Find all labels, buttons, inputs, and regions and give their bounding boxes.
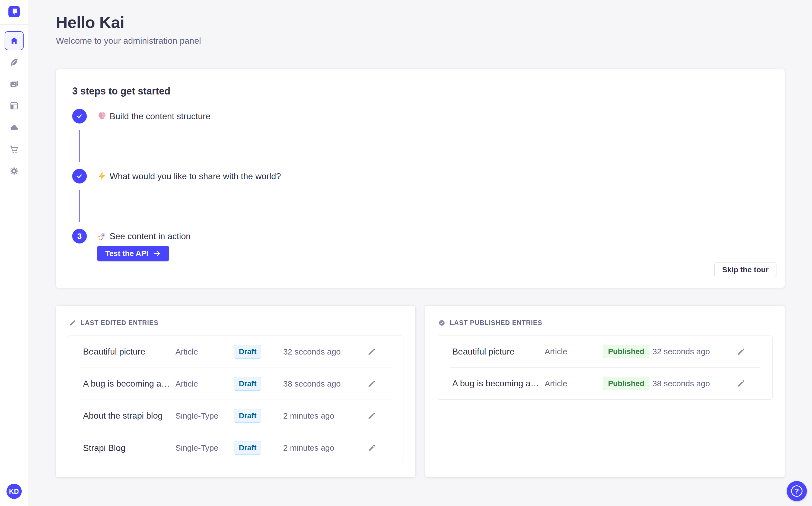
status-badge: Draft	[234, 441, 261, 455]
step-1-label: Build the content structure	[97, 111, 211, 121]
table-row: A bug is becoming a… Article Published 3…	[449, 367, 760, 399]
edit-entry-button[interactable]	[366, 442, 377, 453]
entry-type: Article	[176, 347, 234, 356]
entry-time: 32 seconds ago	[652, 347, 735, 356]
pencil-icon	[737, 379, 745, 388]
table-row: Beautiful picture Article Draft 32 secon…	[80, 336, 391, 368]
tour-step-3: 3 See content in action	[72, 229, 768, 244]
arrow-right-icon	[153, 249, 161, 258]
entry-title: Strapi Blog	[83, 443, 176, 453]
step-3-number-circle: 3	[72, 229, 87, 244]
status-badge: Draft	[234, 409, 261, 423]
last-edited-header: LAST EDITED ENTRIES	[69, 319, 403, 327]
user-avatar[interactable]: KD	[6, 484, 22, 499]
status-badge: Published	[603, 345, 649, 358]
entry-type: Article	[176, 379, 234, 389]
cloud-icon	[9, 123, 19, 133]
last-published-header: LAST PUBLISHED ENTRIES	[438, 319, 773, 327]
layout-icon	[9, 101, 19, 111]
test-api-button[interactable]: Test the API	[97, 246, 169, 261]
sidebar: KD	[0, 0, 28, 506]
last-edited-title: LAST EDITED ENTRIES	[81, 319, 159, 327]
table-row: Beautiful picture Article Published 32 s…	[449, 336, 760, 367]
pencil-icon	[69, 320, 76, 326]
edit-entry-button[interactable]	[735, 346, 746, 357]
sidebar-item-content-type-builder[interactable]	[5, 96, 24, 115]
edit-entry-button[interactable]	[366, 346, 377, 357]
entry-title: A bug is becoming a…	[452, 378, 545, 389]
strapi-logo-icon	[8, 6, 20, 17]
entry-title: Beautiful picture	[83, 347, 176, 357]
entry-type: Article	[545, 347, 603, 356]
workspace-logo-wrap	[0, 0, 28, 25]
rocket-emoji-icon	[97, 231, 107, 241]
last-edited-table: Beautiful picture Article Draft 32 secon…	[68, 336, 403, 464]
status-badge: Draft	[234, 377, 261, 391]
status-badge: Draft	[234, 345, 261, 359]
gear-icon	[9, 166, 19, 176]
entry-type: Single-Type	[176, 443, 234, 452]
step-connector	[79, 190, 80, 222]
last-published-title: LAST PUBLISHED ENTRIES	[450, 319, 542, 327]
step-3-label: See content in action	[97, 231, 191, 241]
tour-step-2: What would you like to share with the wo…	[72, 169, 768, 183]
pencil-icon	[368, 412, 376, 420]
guided-tour-title: 3 steps to get started	[72, 86, 768, 97]
table-row: A bug is becoming a… Article Draft 38 se…	[80, 368, 391, 400]
tour-step-1: Build the content structure	[72, 109, 768, 123]
entry-time: 38 seconds ago	[652, 379, 735, 388]
entry-title: Beautiful picture	[452, 347, 545, 357]
last-published-table: Beautiful picture Article Published 32 s…	[437, 336, 773, 400]
zap-emoji-icon	[97, 171, 107, 181]
pencil-icon	[368, 444, 376, 452]
pencil-icon	[368, 380, 376, 388]
edit-entry-button[interactable]	[366, 410, 377, 421]
entry-time: 2 minutes ago	[283, 443, 366, 452]
main-nav	[5, 31, 24, 180]
sidebar-footer: KD	[0, 481, 28, 506]
sidebar-item-home[interactable]	[5, 31, 24, 50]
status-badge: Published	[603, 377, 649, 390]
page-title: Hello Kai	[56, 14, 785, 31]
sidebar-item-media-library[interactable]	[5, 75, 24, 94]
table-row: About the strapi blog Single-Type Draft …	[80, 400, 391, 432]
skip-tour-button[interactable]: Skip the tour	[714, 262, 777, 277]
edit-entry-button[interactable]	[366, 378, 377, 389]
question-mark-icon: ?	[791, 485, 803, 497]
avatar-initials: KD	[9, 488, 19, 495]
guided-tour-card: 3 steps to get started Build the content…	[56, 69, 785, 288]
sidebar-item-deploy[interactable]	[5, 118, 24, 137]
pencil-icon	[737, 347, 745, 356]
sidebar-item-settings[interactable]	[5, 162, 24, 180]
strapi-logo[interactable]	[8, 6, 20, 17]
table-row: Strapi Blog Single-Type Draft 2 minutes …	[80, 432, 391, 464]
last-published-card: LAST PUBLISHED ENTRIES Beautiful picture…	[425, 306, 785, 477]
entry-time: 32 seconds ago	[283, 347, 366, 356]
pencil-icon	[368, 347, 376, 356]
home-icon	[9, 36, 19, 46]
check-circle-icon	[438, 320, 445, 326]
step-connector	[79, 130, 80, 162]
sidebar-item-content-manager[interactable]	[5, 53, 24, 72]
edit-entry-button[interactable]	[735, 378, 746, 389]
step-2-label: What would you like to share with the wo…	[97, 171, 281, 181]
check-icon	[76, 112, 84, 120]
media-library-icon	[9, 79, 19, 89]
feather-icon	[9, 58, 19, 67]
check-icon	[76, 172, 84, 180]
entry-time: 2 minutes ago	[283, 411, 366, 420]
entry-title: About the strapi blog	[83, 411, 176, 421]
step-2-check-circle	[72, 169, 87, 183]
entry-type: Article	[545, 379, 603, 388]
entries-cards-row: LAST EDITED ENTRIES Beautiful picture Ar…	[56, 306, 785, 477]
entry-type: Single-Type	[176, 411, 234, 420]
help-button[interactable]: ?	[787, 481, 807, 501]
last-edited-card: LAST EDITED ENTRIES Beautiful picture Ar…	[56, 306, 415, 477]
sidebar-item-marketplace[interactable]	[5, 140, 24, 159]
entry-title: A bug is becoming a…	[83, 379, 176, 389]
step-1-check-circle	[72, 109, 87, 123]
cart-icon	[9, 145, 19, 154]
page-subtitle: Welcome to your administration panel	[56, 35, 785, 46]
brain-emoji-icon	[97, 111, 107, 121]
entry-time: 38 seconds ago	[283, 379, 366, 389]
